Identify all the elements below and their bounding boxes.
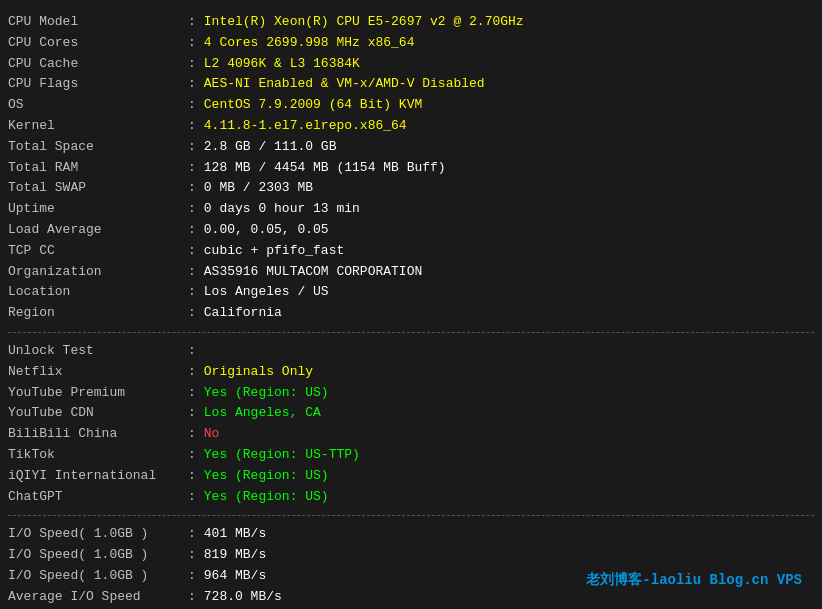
- row-label: I/O Speed( 1.0GB ): [8, 524, 188, 545]
- row-value: 401 MB/s: [204, 524, 266, 545]
- row-colon: :: [188, 12, 196, 33]
- row-label: Total SWAP: [8, 178, 188, 199]
- table-row: I/O Speed( 1.0GB ):401 MB/s: [8, 524, 814, 545]
- row-value: cubic + pfifo_fast: [204, 241, 344, 262]
- row-value: 0 MB / 2303 MB: [204, 178, 313, 199]
- table-row: Unlock Test:: [8, 341, 814, 362]
- table-row: Total RAM:128 MB / 4454 MB (1154 MB Buff…: [8, 158, 814, 179]
- table-row: Region:California: [8, 303, 814, 324]
- row-value: Yes (Region: US): [204, 383, 329, 404]
- row-label: iQIYI International: [8, 466, 188, 487]
- row-label: TCP CC: [8, 241, 188, 262]
- row-value: L2 4096K & L3 16384K: [204, 54, 360, 75]
- row-value: 4.11.8-1.el7.elrepo.x86_64: [204, 116, 407, 137]
- row-colon: :: [188, 178, 196, 199]
- row-value: Yes (Region: US-TTP): [204, 445, 360, 466]
- row-colon: :: [188, 220, 196, 241]
- row-label: Netflix: [8, 362, 188, 383]
- row-colon: :: [188, 199, 196, 220]
- table-row: TCP CC:cubic + pfifo_fast: [8, 241, 814, 262]
- row-value: AS35916 MULTACOM CORPORATION: [204, 262, 422, 283]
- row-label: Organization: [8, 262, 188, 283]
- row-label: Kernel: [8, 116, 188, 137]
- row-colon: :: [188, 33, 196, 54]
- table-row: YouTube CDN:Los Angeles, CA: [8, 403, 814, 424]
- row-value: No: [204, 424, 220, 445]
- table-row: BiliBili China:No: [8, 424, 814, 445]
- row-value: 128 MB / 4454 MB (1154 MB Buff): [204, 158, 446, 179]
- terminal-container: CPU Model:Intel(R) Xeon(R) CPU E5-2697 v…: [8, 8, 814, 609]
- row-label: Uptime: [8, 199, 188, 220]
- row-label: TikTok: [8, 445, 188, 466]
- watermark: 老刘博客-laoliu Blog.cn VPS: [586, 571, 802, 589]
- table-row: CPU Cores:4 Cores 2699.998 MHz x86_64: [8, 33, 814, 54]
- row-value: 819 MB/s: [204, 545, 266, 566]
- row-colon: :: [188, 545, 196, 566]
- row-value: AES-NI Enabled & VM-x/AMD-V Disabled: [204, 74, 485, 95]
- row-colon: :: [188, 282, 196, 303]
- section-0: CPU Model:Intel(R) Xeon(R) CPU E5-2697 v…: [8, 8, 814, 328]
- row-value: Originals Only: [204, 362, 313, 383]
- table-row: Total Space:2.8 GB / 111.0 GB: [8, 137, 814, 158]
- row-colon: :: [188, 524, 196, 545]
- row-value: Yes (Region: US): [204, 466, 329, 487]
- row-label: YouTube Premium: [8, 383, 188, 404]
- table-row: CPU Model:Intel(R) Xeon(R) CPU E5-2697 v…: [8, 12, 814, 33]
- row-colon: :: [188, 54, 196, 75]
- table-row: OS:CentOS 7.9.2009 (64 Bit) KVM: [8, 95, 814, 116]
- row-label: Total RAM: [8, 158, 188, 179]
- table-row: Organization:AS35916 MULTACOM CORPORATIO…: [8, 262, 814, 283]
- row-colon: :: [188, 566, 196, 587]
- row-label: Unlock Test: [8, 341, 188, 362]
- row-label: CPU Model: [8, 12, 188, 33]
- section-divider: [8, 332, 814, 333]
- row-colon: :: [188, 403, 196, 424]
- table-row: YouTube Premium:Yes (Region: US): [8, 383, 814, 404]
- row-colon: :: [188, 116, 196, 137]
- row-colon: :: [188, 424, 196, 445]
- table-row: Location:Los Angeles / US: [8, 282, 814, 303]
- row-colon: :: [188, 341, 196, 362]
- table-row: ChatGPT:Yes (Region: US): [8, 487, 814, 508]
- table-row: Uptime:0 days 0 hour 13 min: [8, 199, 814, 220]
- row-colon: :: [188, 587, 196, 608]
- row-value: Los Angeles, CA: [204, 403, 321, 424]
- row-label: Average I/O Speed: [8, 587, 188, 608]
- row-label: I/O Speed( 1.0GB ): [8, 545, 188, 566]
- row-label: ChatGPT: [8, 487, 188, 508]
- table-row: I/O Speed( 1.0GB ):819 MB/s: [8, 545, 814, 566]
- table-row: CPU Cache:L2 4096K & L3 16384K: [8, 54, 814, 75]
- row-colon: :: [188, 95, 196, 116]
- row-value: 2.8 GB / 111.0 GB: [204, 137, 337, 158]
- row-colon: :: [188, 383, 196, 404]
- row-label: Region: [8, 303, 188, 324]
- row-colon: :: [188, 466, 196, 487]
- row-label: CPU Cores: [8, 33, 188, 54]
- row-value: 0.00, 0.05, 0.05: [204, 220, 329, 241]
- row-value: California: [204, 303, 282, 324]
- table-row: iQIYI International:Yes (Region: US): [8, 466, 814, 487]
- row-colon: :: [188, 241, 196, 262]
- row-value: Intel(R) Xeon(R) CPU E5-2697 v2 @ 2.70GH…: [204, 12, 524, 33]
- row-label: Load Average: [8, 220, 188, 241]
- row-colon: :: [188, 487, 196, 508]
- row-label: Total Space: [8, 137, 188, 158]
- section-2: I/O Speed( 1.0GB ):401 MB/sI/O Speed( 1.…: [8, 520, 814, 609]
- section-divider: [8, 515, 814, 516]
- row-value: Yes (Region: US): [204, 487, 329, 508]
- row-colon: :: [188, 137, 196, 158]
- row-label: YouTube CDN: [8, 403, 188, 424]
- table-row: Kernel:4.11.8-1.el7.elrepo.x86_64: [8, 116, 814, 137]
- row-value: CentOS 7.9.2009 (64 Bit) KVM: [204, 95, 422, 116]
- table-row: Load Average:0.00, 0.05, 0.05: [8, 220, 814, 241]
- row-colon: :: [188, 445, 196, 466]
- row-colon: :: [188, 262, 196, 283]
- row-colon: :: [188, 74, 196, 95]
- row-label: CPU Flags: [8, 74, 188, 95]
- table-row: Total SWAP:0 MB / 2303 MB: [8, 178, 814, 199]
- row-label: Location: [8, 282, 188, 303]
- row-value: 4 Cores 2699.998 MHz x86_64: [204, 33, 415, 54]
- table-row: Netflix:Originals Only: [8, 362, 814, 383]
- row-label: CPU Cache: [8, 54, 188, 75]
- row-label: OS: [8, 95, 188, 116]
